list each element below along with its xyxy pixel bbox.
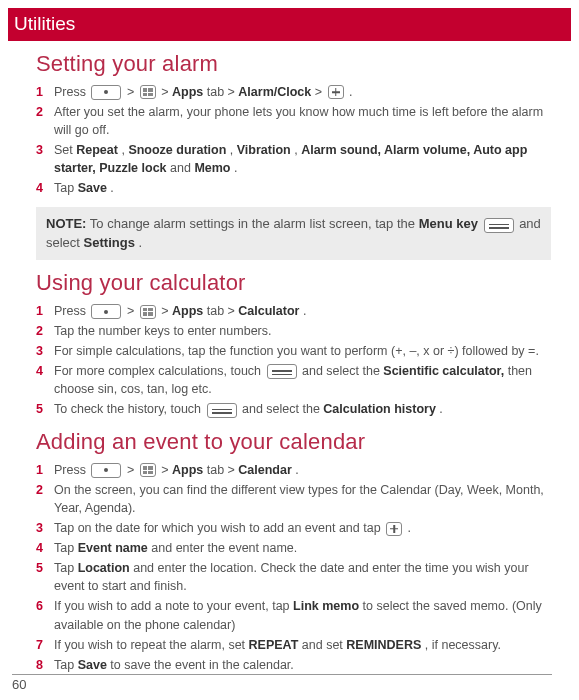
- bold: Menu key: [419, 216, 478, 231]
- bold: Calendar: [238, 463, 292, 477]
- bold: REMINDERS: [346, 638, 421, 652]
- text: Press: [54, 463, 89, 477]
- calc-step-5: To check the history, touch and select t…: [36, 400, 551, 418]
- text: .: [439, 402, 442, 416]
- alarm-step-3: Set Repeat , Snooze duration , Vibration…: [36, 141, 551, 177]
- text: .: [110, 181, 113, 195]
- text: to save the event in the calendar.: [110, 658, 293, 672]
- chapter-title: Utilities: [8, 8, 571, 41]
- text: tab >: [207, 463, 239, 477]
- cal-step-4: Tap Event name and enter the event name.: [36, 539, 551, 557]
- text: Tap: [54, 181, 78, 195]
- text: If you wish to repeat the alarm, set: [54, 638, 249, 652]
- text: >: [127, 463, 138, 477]
- bold: Vibration: [237, 143, 291, 157]
- bold: Calculation history: [323, 402, 436, 416]
- page-content: Setting your alarm Press > > Apps tab > …: [0, 51, 579, 674]
- bold: Apps: [172, 304, 203, 318]
- bold: Repeat: [76, 143, 118, 157]
- alarm-steps: Press > > Apps tab > Alarm/Clock > . Aft…: [36, 83, 551, 198]
- home-key-icon: [91, 85, 121, 100]
- text: Tap: [54, 658, 78, 672]
- text: Tap: [54, 561, 78, 575]
- text: .: [408, 521, 411, 535]
- alarm-step-2: After you set the alarm, your phone lets…: [36, 103, 551, 139]
- cal-step-1: Press > > Apps tab > Calendar .: [36, 461, 551, 479]
- text: To change alarm settings in the alarm li…: [90, 216, 419, 231]
- home-key-icon: [91, 304, 121, 319]
- heading-calculator: Using your calculator: [36, 270, 551, 296]
- bold: Location: [78, 561, 130, 575]
- text: Tap: [54, 541, 78, 555]
- text: and select the: [242, 402, 323, 416]
- bold: Apps: [172, 463, 203, 477]
- bold: Calculator: [238, 304, 299, 318]
- text: tab >: [207, 85, 239, 99]
- bold: Settings: [84, 235, 135, 250]
- note-label: NOTE:: [46, 216, 86, 231]
- cal-steps: Press > > Apps tab > Calendar . On the s…: [36, 461, 551, 674]
- calc-step-2: Tap the number keys to enter numbers.: [36, 322, 551, 340]
- text: >: [315, 85, 326, 99]
- alarm-step-4: Tap Save .: [36, 179, 551, 197]
- text: Press: [54, 85, 89, 99]
- bold-apps: Apps: [172, 85, 203, 99]
- text: .: [295, 463, 298, 477]
- text: ,: [230, 143, 237, 157]
- text: >: [161, 85, 172, 99]
- bold: Event name: [78, 541, 148, 555]
- cal-step-6: If you wish to add a note to your event,…: [36, 597, 551, 633]
- note-box: NOTE: To change alarm settings in the al…: [36, 207, 551, 259]
- calc-step-1: Press > > Apps tab > Calculator .: [36, 302, 551, 320]
- heading-calendar: Adding an event to your calendar: [36, 429, 551, 455]
- text: and set: [302, 638, 346, 652]
- apps-grid-icon: [140, 463, 156, 477]
- text: >: [161, 463, 172, 477]
- text: and select the: [302, 364, 383, 378]
- text: .: [349, 85, 352, 99]
- apps-grid-icon: [140, 305, 156, 319]
- text: .: [234, 161, 237, 175]
- text: For more complex calculations, touch: [54, 364, 265, 378]
- calc-steps: Press > > Apps tab > Calculator . Tap th…: [36, 302, 551, 419]
- bold-alarmclock: Alarm/Clock: [238, 85, 311, 99]
- calc-step-4: For more complex calculations, touch and…: [36, 362, 551, 398]
- text: Set: [54, 143, 76, 157]
- cal-step-5: Tap Location and enter the location. Che…: [36, 559, 551, 595]
- text: tab >: [207, 304, 239, 318]
- menu-key-icon: [207, 403, 237, 418]
- cal-step-2: On the screen, you can find the differen…: [36, 481, 551, 517]
- plus-icon: [386, 522, 402, 536]
- cal-step-8: Tap Save to save the event in the calend…: [36, 656, 551, 674]
- bold: Save: [78, 181, 107, 195]
- alarm-step-1: Press > > Apps tab > Alarm/Clock > .: [36, 83, 551, 101]
- bold: Memo: [194, 161, 230, 175]
- text: Press: [54, 304, 89, 318]
- bold: Scientific calculator,: [383, 364, 504, 378]
- bold: Link memo: [293, 599, 359, 613]
- text: >: [161, 304, 172, 318]
- bold: REPEAT: [249, 638, 299, 652]
- text: , if necessary.: [425, 638, 501, 652]
- text: and enter the event name.: [151, 541, 297, 555]
- bold: Save: [78, 658, 107, 672]
- calc-step-3: For simple calculations, tap the functio…: [36, 342, 551, 360]
- text: To check the history, touch: [54, 402, 205, 416]
- text: >: [127, 85, 138, 99]
- plus-icon: [328, 85, 344, 99]
- menu-key-icon: [484, 218, 514, 233]
- text: If you wish to add a note to your event,…: [54, 599, 293, 613]
- home-key-icon: [91, 463, 121, 478]
- heading-setting-alarm: Setting your alarm: [36, 51, 551, 77]
- page-number: 60: [12, 674, 552, 692]
- bold: Snooze duration: [128, 143, 226, 157]
- text: .: [303, 304, 306, 318]
- cal-step-3: Tap on the date for which you wish to ad…: [36, 519, 551, 537]
- apps-grid-icon: [140, 85, 156, 99]
- text: .: [139, 235, 143, 250]
- text: >: [127, 304, 138, 318]
- menu-key-icon: [267, 364, 297, 379]
- text: Tap on the date for which you wish to ad…: [54, 521, 384, 535]
- cal-step-7: If you wish to repeat the alarm, set REP…: [36, 636, 551, 654]
- text: and: [170, 161, 194, 175]
